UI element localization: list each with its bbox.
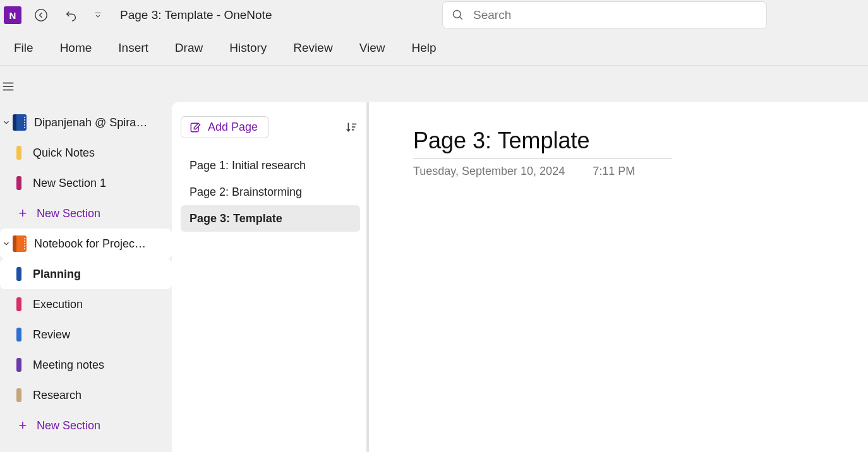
section-label: Quick Notes — [33, 146, 95, 160]
page-title-input[interactable] — [413, 128, 672, 158]
tab-view[interactable]: View — [357, 35, 388, 61]
new-section-label: New Section — [37, 207, 100, 220]
notebook-label: Notebook for Project A — [34, 237, 148, 251]
search-box[interactable] — [442, 1, 767, 29]
back-button[interactable] — [30, 4, 52, 26]
window-title: Page 3: Template - OneNote — [120, 8, 272, 22]
page-list-item[interactable]: Page 2: Brainstorming — [181, 179, 360, 205]
tab-home[interactable]: Home — [57, 35, 95, 61]
section-color-tab — [16, 328, 21, 342]
notebook-item[interactable]: Notebook for Project A — [0, 229, 172, 259]
section-item[interactable]: Review — [0, 319, 172, 350]
add-page-icon — [189, 121, 202, 134]
plus-icon: + — [16, 207, 29, 220]
plus-icon: + — [16, 419, 29, 432]
section-label: Research — [33, 389, 81, 402]
section-color-tab — [16, 297, 21, 311]
section-color-tab — [16, 176, 21, 190]
notebook-icon — [13, 114, 27, 131]
tab-insert[interactable]: Insert — [116, 35, 151, 61]
section-item[interactable]: New Section 1 — [0, 168, 172, 198]
section-item[interactable]: Execution — [0, 289, 172, 319]
undo-button[interactable] — [61, 4, 82, 26]
add-page-label: Add Page — [208, 121, 258, 134]
section-item[interactable]: Research — [0, 380, 172, 410]
title-bar: N Page 3: Template - OneNote — [0, 0, 868, 30]
svg-line-3 — [460, 17, 462, 20]
notebook-label: Dipanjenah @ Spiral... — [34, 116, 148, 129]
tab-review[interactable]: Review — [291, 35, 335, 61]
section-color-tab — [16, 358, 21, 372]
section-label: Meeting notes — [33, 359, 104, 372]
section-item[interactable]: Meeting notes — [0, 350, 172, 380]
section-color-tab — [16, 267, 21, 281]
customize-quick-access-button[interactable] — [91, 8, 105, 22]
section-color-tab — [16, 388, 21, 402]
hamburger-button[interactable] — [0, 78, 16, 95]
page-list-item[interactable]: Page 1: Initial research — [181, 152, 360, 179]
add-page-button[interactable]: Add Page — [181, 116, 268, 138]
search-icon — [452, 9, 464, 21]
onenote-app-icon: N — [4, 6, 21, 24]
notebook-sidebar: Dipanjenah @ Spiral...Quick NotesNew Sec… — [0, 66, 172, 452]
page-list-panel: Add Page Page 1: Initial researchPage 2:… — [172, 102, 369, 452]
sort-pages-button[interactable] — [342, 119, 360, 136]
new-section-label: New Section — [37, 419, 100, 432]
section-label: Planning — [33, 268, 81, 281]
ribbon-tabs: File Home Insert Draw History Review Vie… — [0, 30, 868, 66]
note-canvas[interactable]: Tuesday, September 10, 2024 7:11 PM — [369, 102, 868, 452]
section-label: New Section 1 — [33, 177, 106, 190]
tab-draw[interactable]: Draw — [172, 35, 205, 61]
notebook-icon — [13, 235, 27, 252]
page-list-item[interactable]: Page 3: Template — [181, 205, 360, 232]
tab-help[interactable]: Help — [409, 35, 438, 61]
search-input[interactable] — [473, 8, 757, 22]
new-section-button[interactable]: +New Section — [0, 198, 172, 229]
page-date: Tuesday, September 10, 2024 — [413, 165, 565, 178]
chevron-down-icon[interactable] — [0, 118, 13, 127]
section-color-tab — [16, 146, 21, 160]
tab-file[interactable]: File — [11, 35, 36, 61]
section-label: Review — [33, 328, 70, 342]
chevron-down-icon[interactable] — [0, 239, 13, 248]
notebook-item[interactable]: Dipanjenah @ Spiral... — [0, 107, 172, 138]
tab-history[interactable]: History — [227, 35, 269, 61]
new-section-button[interactable]: +New Section — [0, 410, 172, 441]
page-time: 7:11 PM — [593, 165, 635, 178]
svg-point-0 — [35, 9, 47, 21]
section-item[interactable]: Planning — [0, 259, 172, 289]
content-area: Dipanjenah @ Spiral...Quick NotesNew Sec… — [0, 66, 868, 452]
section-item[interactable]: Quick Notes — [0, 138, 172, 168]
svg-point-2 — [454, 11, 461, 18]
section-label: Execution — [33, 298, 83, 311]
